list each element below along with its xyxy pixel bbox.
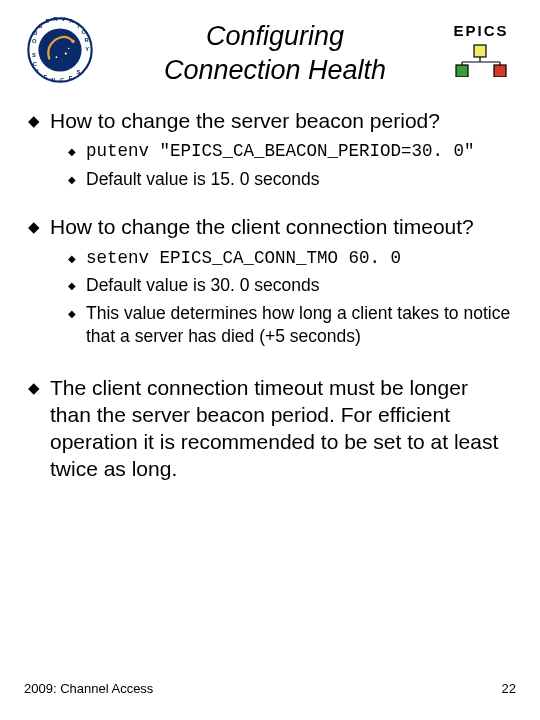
- svg-text:E: E: [46, 18, 50, 24]
- svg-text:E: E: [69, 75, 73, 81]
- svg-rect-31: [494, 65, 506, 77]
- bullet-1: ◆ How to change the server beacon period…: [28, 108, 512, 135]
- bullet-3: ◆ The client connection timeout must be …: [28, 375, 512, 483]
- svg-text:S: S: [77, 69, 81, 75]
- svg-text:Y: Y: [85, 46, 89, 52]
- bullet-2-sublist: ◆ setenv EPICS_CA_CONN_TMO 60. 0 ◆ Defau…: [68, 247, 512, 350]
- slide-title: Configuring Connection Health: [104, 18, 446, 88]
- epics-label: EPICS: [446, 22, 516, 39]
- svg-text:N: N: [51, 77, 55, 83]
- code-text: setenv EPICS_CA_CONN_TMO 60. 0: [86, 247, 401, 271]
- bullet-2-text: How to change the client connection time…: [50, 214, 474, 241]
- slide-header: OBS ERV ATO RY SCI ENC ES Configuring Co…: [24, 18, 516, 88]
- svg-text:B: B: [33, 30, 37, 36]
- svg-rect-25: [474, 45, 486, 57]
- svg-text:C: C: [60, 77, 64, 83]
- svg-text:V: V: [61, 16, 65, 22]
- diamond-bullet-icon: ◆: [68, 308, 76, 349]
- svg-text:A: A: [69, 18, 73, 24]
- svg-text:T: T: [77, 23, 81, 29]
- title-line-2: Connection Health: [104, 54, 446, 88]
- page-number: 22: [502, 681, 516, 696]
- diamond-bullet-icon: ◆: [28, 218, 40, 241]
- list-item: ◆ setenv EPICS_CA_CONN_TMO 60. 0: [68, 247, 512, 271]
- svg-text:O: O: [82, 29, 87, 35]
- svg-text:O: O: [32, 38, 37, 44]
- svg-point-3: [65, 53, 67, 55]
- epics-brand: EPICS: [446, 22, 516, 77]
- sub-text: This value determines how long a client …: [86, 302, 512, 349]
- diamond-bullet-icon: ◆: [28, 379, 40, 483]
- diamond-bullet-icon: ◆: [68, 280, 76, 298]
- bullet-2: ◆ How to change the client connection ti…: [28, 214, 512, 241]
- bullet-3-text: The client connection timeout must be lo…: [50, 375, 512, 483]
- diamond-bullet-icon: ◆: [68, 146, 76, 164]
- code-text: putenv "EPICS_CA_BEACON_PERIOD=30. 0": [86, 140, 475, 164]
- title-line-1: Configuring: [104, 20, 446, 54]
- sub-text: Default value is 30. 0 seconds: [86, 274, 319, 298]
- diamond-bullet-icon: ◆: [68, 253, 76, 271]
- svg-text:S: S: [32, 52, 36, 58]
- list-item: ◆ Default value is 30. 0 seconds: [68, 274, 512, 298]
- svg-text:C: C: [33, 61, 37, 67]
- sub-text: Default value is 15. 0 seconds: [86, 168, 319, 192]
- svg-text:E: E: [43, 74, 47, 80]
- diamond-bullet-icon: ◆: [28, 112, 40, 135]
- list-item: ◆ This value determines how long a clien…: [68, 302, 512, 349]
- svg-point-5: [68, 48, 69, 49]
- bullet-1-text: How to change the server beacon period?: [50, 108, 440, 135]
- observatory-sciences-logo: OBS ERV ATO RY SCI ENC ES: [24, 14, 96, 86]
- bullet-1-sublist: ◆ putenv "EPICS_CA_BEACON_PERIOD=30. 0" …: [68, 140, 512, 191]
- slide-footer: 2009: Channel Access 22: [24, 681, 516, 696]
- epics-icon: [454, 43, 508, 77]
- svg-rect-30: [456, 65, 468, 77]
- diamond-bullet-icon: ◆: [68, 174, 76, 192]
- slide-content: ◆ How to change the server beacon period…: [24, 108, 516, 483]
- svg-text:S: S: [38, 23, 42, 29]
- footer-left: 2009: Channel Access: [24, 681, 153, 696]
- list-item: ◆ Default value is 15. 0 seconds: [68, 168, 512, 192]
- svg-point-2: [71, 40, 75, 44]
- svg-point-4: [56, 56, 58, 58]
- list-item: ◆ putenv "EPICS_CA_BEACON_PERIOD=30. 0": [68, 140, 512, 164]
- svg-point-1: [38, 28, 81, 71]
